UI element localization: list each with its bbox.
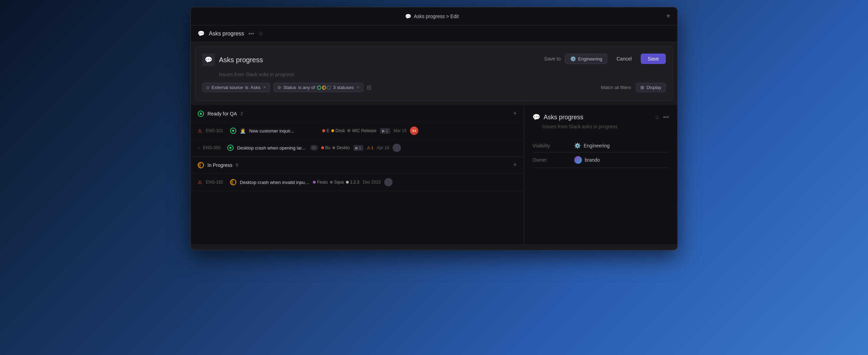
filters-row: ⊙ External source is Asks ✕ ⚙ Status is …	[202, 83, 666, 94]
group-title-in-progress: In Progress	[207, 162, 232, 168]
status-circle-green	[317, 86, 321, 90]
main-content: Ready for QA 2 + ⚠ ENG-321 🧑‍💼 New custo…	[191, 105, 677, 244]
issue-date: Dec 2023	[363, 180, 380, 185]
tag-pill: Desk	[331, 128, 345, 133]
issue-row[interactable]: ⚠ ENG-192 Desktop crash when invalid inp…	[191, 174, 524, 191]
issue-status-in-progress-icon	[230, 179, 236, 185]
visibility-gear-icon: ⚙️	[574, 143, 581, 149]
tag-dot	[346, 181, 349, 184]
tag-dot-yellow	[331, 129, 334, 132]
panel-star-button[interactable]: ☆	[655, 114, 660, 121]
tag-pill: 1.2.3	[346, 180, 360, 185]
panel-menu-button[interactable]: •••	[663, 114, 669, 120]
play-icon: ▶	[382, 129, 385, 133]
play-badge: ▶ 1	[353, 145, 363, 151]
group-add-ready-for-qa[interactable]: +	[513, 110, 517, 117]
tag-label: MIC Release	[352, 128, 376, 133]
status-filter-icon: ⚙	[277, 85, 281, 90]
tag-dot	[330, 181, 333, 184]
save-button[interactable]: Save	[641, 54, 666, 64]
external-source-filter[interactable]: ⊙ External source is Asks ✕	[202, 83, 270, 92]
status-ready-icon	[198, 111, 204, 117]
sub-status: 0/	[310, 145, 317, 151]
display-button[interactable]: ⊞ Display	[636, 83, 666, 92]
tag-dot	[313, 181, 316, 184]
edit-actions: Save to ⚙️ Engineering Cancel Save	[544, 54, 666, 64]
main-window: 💬 Asks progress > Edit + 💬 Asks progress…	[190, 7, 678, 250]
status-filter-remove-button[interactable]: ✕	[356, 85, 360, 90]
priority-urgent-icon: ⚠	[198, 128, 202, 134]
group-header-left: In Progress 6	[198, 162, 238, 168]
title-bar-chat-icon: 💬	[405, 14, 411, 19]
issue-title: New customer inquir...	[249, 128, 319, 134]
engineering-gear-icon: ⚙️	[570, 56, 576, 62]
tag-label: Featu	[317, 180, 328, 185]
filter-options-icon[interactable]: ⊟	[367, 84, 371, 91]
panel-owner-field: Owner brando	[532, 153, 669, 168]
display-label: Display	[646, 85, 661, 90]
status-in-progress-icon	[198, 162, 204, 168]
match-all-filters[interactable]: Match all filters	[601, 85, 631, 90]
group-header-left: Ready for QA 2	[198, 111, 243, 117]
priority-urgent-icon: ⚠	[198, 179, 202, 185]
edit-title-row: 💬 Asks progress	[202, 54, 263, 66]
engineering-button[interactable]: ⚙️ Engineering	[565, 54, 607, 64]
tag-label: Bu	[325, 145, 331, 150]
owner-value: brando	[574, 156, 600, 164]
external-source-label: External source	[212, 85, 243, 90]
play-icon: ▶	[355, 146, 358, 150]
issue-id: ENG-321	[206, 128, 227, 133]
issue-date: Apr 16	[377, 145, 389, 150]
status-filter[interactable]: ⚙ Status is any of 3 statuses ✕	[274, 83, 364, 92]
tag-dot	[332, 146, 335, 149]
status-circles	[317, 86, 331, 90]
visibility-label: Visibility	[532, 143, 574, 148]
external-source-icon: ⊙	[206, 85, 210, 90]
play-badge: ▶ 1	[380, 128, 390, 134]
tag-dot	[321, 146, 324, 149]
issue-tags: Bu Deskto	[321, 145, 350, 150]
external-source-remove-button[interactable]: ✕	[263, 85, 266, 90]
filters-right: Match all filters ⊞ Display	[601, 83, 666, 92]
filter-is-label: is	[245, 85, 248, 90]
issue-tags: Featu Squa 1.2.3	[313, 180, 359, 185]
engineering-label: Engineering	[578, 56, 602, 62]
group-ready-for-qa: Ready for QA 2 +	[191, 105, 524, 122]
issue-status-ready-icon	[227, 145, 234, 151]
title-bar-plus-button[interactable]: +	[666, 12, 670, 20]
tag-pill: Squa	[330, 180, 344, 185]
status-filter-label: Status	[283, 85, 296, 90]
group-in-progress: In Progress 6 +	[191, 156, 524, 174]
view-header-star-button[interactable]: ☆	[258, 30, 263, 37]
tag-label: Squa	[334, 180, 344, 185]
view-header-menu-button[interactable]: •••	[248, 31, 254, 37]
issue-date: Mar 15	[394, 128, 407, 133]
cancel-button[interactable]: Cancel	[611, 54, 637, 64]
issue-title: Desktop crash when invalid input in ...	[240, 180, 309, 185]
owner-label: Owner	[532, 157, 574, 163]
priority-dashes-icon: --	[198, 145, 199, 151]
owner-name: brando	[585, 157, 600, 163]
group-title-ready-for-qa: Ready for QA	[207, 111, 237, 116]
issue-tags: E Desk ⚙ MIC Release	[322, 128, 377, 133]
right-panel: 💬 Asks progress ☆ ••• Issues from Slack …	[524, 105, 677, 244]
title-bar: 💬 Asks progress > Edit +	[191, 7, 677, 25]
group-add-in-progress[interactable]: +	[513, 161, 517, 169]
edit-top-row: 💬 Asks progress Save to ⚙️ Engineering C…	[202, 54, 666, 66]
view-header-chat-icon: 💬	[198, 30, 205, 37]
issues-list: Ready for QA 2 + ⚠ ENG-321 🧑‍💼 New custo…	[191, 105, 524, 244]
issue-row[interactable]: ⚠ ENG-321 🧑‍💼 New customer inquir... E D…	[191, 122, 524, 139]
edit-description: Issues from Slack asks in progress	[219, 72, 666, 77]
panel-title-row: 💬 Asks progress	[532, 113, 583, 121]
issue-title: Desktop crash when opening lar...	[237, 145, 307, 151]
tag-pill: E	[322, 128, 329, 133]
issue-status-ready-icon	[230, 128, 236, 134]
display-icon: ⊞	[640, 85, 644, 90]
group-count-in-progress: 6	[236, 162, 238, 168]
avatar-empty	[384, 178, 393, 186]
issue-row[interactable]: -- ENG-355 Desktop crash when opening la…	[191, 139, 524, 156]
status-circle-yellow	[322, 86, 326, 90]
owner-avatar	[574, 156, 582, 164]
avatar-empty	[393, 144, 401, 152]
statuses-label: 3 statuses	[333, 85, 354, 90]
